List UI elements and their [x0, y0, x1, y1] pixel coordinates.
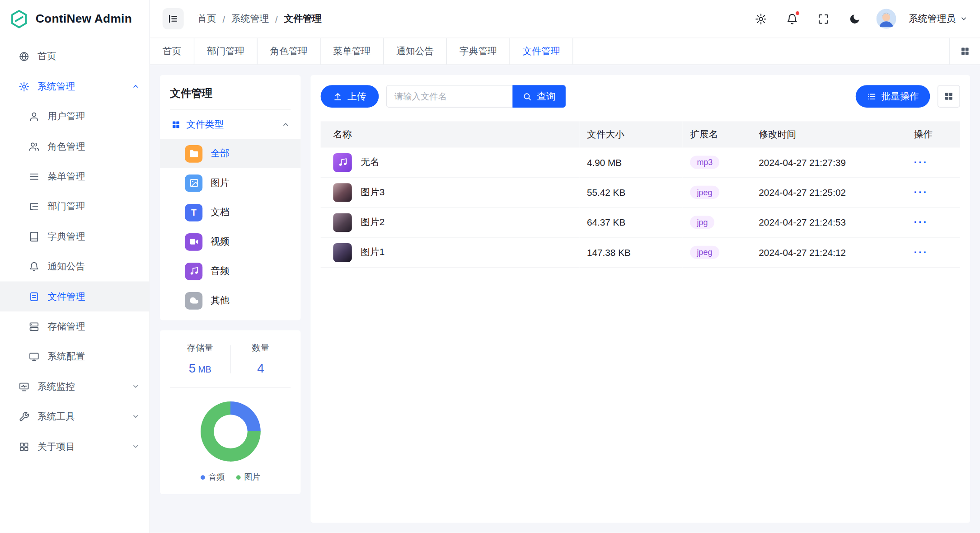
chevron-down-icon — [132, 413, 140, 420]
sidebar-item-role-management[interactable]: 角色管理 — [0, 131, 150, 161]
sidebar-item-announcements[interactable]: 通知公告 — [0, 251, 150, 281]
storage-number: 5 — [189, 362, 196, 375]
legend-image[interactable]: 图片 — [236, 472, 260, 483]
row-actions-button[interactable]: ··· — [914, 186, 928, 198]
sidebar-item-label: 通知公告 — [47, 260, 85, 272]
file-type-label: 图片 — [211, 177, 229, 189]
user-menu[interactable]: 系统管理员 — [909, 13, 967, 24]
server-icon — [29, 321, 40, 332]
count-stat: 数量 4 — [230, 343, 291, 376]
sidebar-collapse-button[interactable] — [163, 8, 184, 29]
menu-lines-icon — [29, 171, 40, 182]
table-row[interactable]: 图片3 55.42 KB jpeg 2024-04-27 21:25:02 ··… — [321, 177, 960, 207]
book-icon — [29, 231, 40, 242]
tab-file-management[interactable]: 文件管理 — [510, 38, 573, 64]
legend-label: 图片 — [244, 472, 260, 483]
breadcrumb-separator: / — [275, 14, 278, 24]
main-column: 首页 / 系统管理 / 文件管理 — [150, 0, 980, 533]
file-name: 无名 — [361, 156, 379, 168]
breadcrumb-home[interactable]: 首页 — [197, 13, 216, 24]
breadcrumb-current: 文件管理 — [284, 13, 321, 24]
theme-toggle-button[interactable] — [845, 9, 863, 28]
row-actions-button[interactable]: ··· — [914, 156, 928, 168]
sidebar-item-system-tools[interactable]: 系统工具 — [0, 401, 150, 431]
sidebar-item-label: 菜单管理 — [47, 170, 85, 182]
batch-operations-button[interactable]: 批量操作 — [856, 85, 930, 108]
user-name: 系统管理员 — [909, 13, 956, 24]
file-type-document[interactable]: T 文档 — [160, 198, 300, 227]
tab-announcement[interactable]: 通知公告 — [384, 38, 447, 64]
chevron-down-icon — [960, 15, 968, 23]
upload-icon — [333, 92, 342, 101]
table-row[interactable]: 图片1 147.38 KB jpeg 2024-04-27 21:24:12 ·… — [321, 237, 960, 267]
header-actions: 系统管理员 — [751, 9, 968, 28]
sidebar-item-storage-management[interactable]: 存储管理 — [0, 311, 150, 341]
table-row[interactable]: 图片2 64.37 KB jpg 2024-04-27 21:24:53 ··· — [321, 208, 960, 237]
file-type-image[interactable]: 图片 — [160, 168, 300, 198]
sidebar-item-label: 部门管理 — [47, 200, 85, 212]
sidebar-item-menu-management[interactable]: 菜单管理 — [0, 161, 150, 191]
sidebar-item-label: 文件管理 — [47, 291, 85, 302]
sidebar-item-system-monitor[interactable]: 系统监控 — [0, 372, 150, 401]
app-logo[interactable]: ContiNew Admin — [0, 0, 150, 38]
avatar[interactable] — [876, 9, 896, 28]
wrench-icon — [19, 411, 29, 422]
legend-audio[interactable]: 音频 — [200, 472, 225, 483]
legend-dot-audio — [200, 475, 205, 480]
count-label: 数量 — [230, 343, 291, 354]
chevron-up-icon — [282, 121, 290, 128]
file-type-group[interactable]: 文件类型 — [170, 110, 291, 139]
stats-row: 存储量 5 MB 数量 4 — [170, 343, 291, 376]
search-group: 查询 — [386, 85, 566, 108]
tab-role[interactable]: 角色管理 — [258, 38, 321, 64]
settings-button[interactable] — [751, 9, 770, 28]
grid-icon — [19, 441, 29, 452]
home-globe-icon — [19, 51, 29, 62]
sidebar-item-about-project[interactable]: 关于项目 — [0, 431, 150, 461]
file-type-label: 视频 — [211, 236, 229, 248]
file-type-video[interactable]: 视频 — [160, 227, 300, 256]
query-button[interactable]: 查询 — [512, 85, 566, 108]
upload-button[interactable]: 上传 — [321, 85, 379, 108]
chart-legend: 音频 图片 — [170, 472, 291, 483]
sidebar-item-dictionary-management[interactable]: 字典管理 — [0, 222, 150, 251]
sidebar-item-file-management[interactable]: 文件管理 — [0, 281, 150, 311]
row-actions-button[interactable]: ··· — [914, 216, 928, 228]
file-modified-time: 2024-04-27 21:27:39 — [751, 147, 906, 177]
monitor-activity-icon — [19, 381, 29, 392]
file-type-other[interactable]: 其他 — [160, 286, 300, 315]
ext-badge: jpeg — [690, 246, 719, 259]
file-icon — [29, 291, 40, 302]
legend-dot-image — [236, 475, 240, 480]
notification-dot — [795, 11, 800, 16]
search-input[interactable] — [386, 85, 512, 108]
storage-label: 存储量 — [170, 343, 230, 354]
file-list-card: 上传 查询 — [311, 75, 970, 523]
tab-options-button[interactable] — [949, 38, 980, 64]
sidebar-item-label: 首页 — [38, 50, 56, 62]
sidebar-item-user-management[interactable]: 用户管理 — [0, 101, 150, 131]
file-type-all[interactable]: 全部 — [160, 139, 300, 168]
chevron-down-icon — [132, 383, 140, 391]
sidebar-item-system-config[interactable]: 系统配置 — [0, 341, 150, 371]
sidebar-menu: 首页 系统管理 用户管理 — [0, 38, 150, 533]
column-header-actions: 操作 — [906, 121, 960, 147]
notifications-button[interactable] — [783, 9, 801, 28]
row-actions-button[interactable]: ··· — [914, 246, 928, 258]
tab-menu[interactable]: 菜单管理 — [321, 38, 384, 64]
file-type-group-label: 文件类型 — [186, 118, 224, 130]
file-type-audio[interactable]: 音频 — [160, 256, 300, 286]
breadcrumb-system-management[interactable]: 系统管理 — [231, 13, 269, 24]
fullscreen-button[interactable] — [814, 9, 832, 28]
view-toggle-button[interactable] — [938, 85, 960, 108]
tab-home[interactable]: 首页 — [150, 38, 194, 64]
tab-dictionary[interactable]: 字典管理 — [447, 38, 510, 64]
sidebar-item-department-management[interactable]: 部门管理 — [0, 191, 150, 221]
storage-donut — [200, 401, 260, 462]
tab-department[interactable]: 部门管理 — [194, 38, 258, 64]
sidebar-item-system-management[interactable]: 系统管理 — [0, 71, 150, 101]
page-title: 文件管理 — [170, 84, 291, 110]
table-row[interactable]: 无名 4.90 MB mp3 2024-04-27 21:27:39 ··· — [321, 147, 960, 177]
sidebar-item-home[interactable]: 首页 — [0, 41, 150, 71]
sidebar-item-label: 系统配置 — [47, 350, 85, 362]
